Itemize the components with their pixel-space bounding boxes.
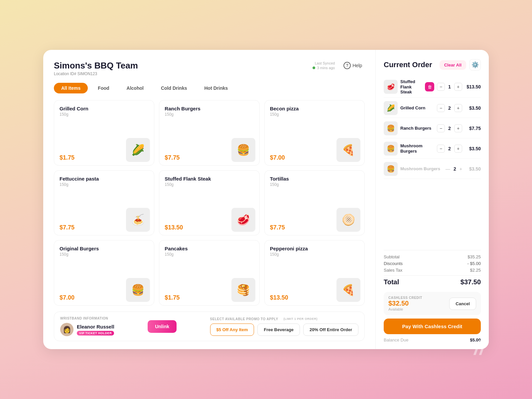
item-image: 🍕 xyxy=(336,138,360,162)
right-panel: Current Order Clear All ⚙️ 🥩 Stuffed Fla… xyxy=(376,50,489,349)
item-image: 🌽 xyxy=(126,138,150,162)
item-weight: 150g xyxy=(270,182,360,187)
increase-qty-1[interactable]: + xyxy=(454,83,462,91)
item-image: 🥩 xyxy=(231,208,255,232)
decrease-qty-3[interactable]: − xyxy=(437,124,445,132)
promo-section: SELECT AVAILABLE PROMO TO APPLY (LIMIT 1… xyxy=(210,317,358,336)
menu-item-3[interactable]: Becon pizza 150g $7.00 🍕 xyxy=(264,100,365,166)
decrease-qty-4[interactable]: − xyxy=(437,145,445,153)
menu-item-1[interactable]: Grilled Corn 150g $1.75 🌽 xyxy=(54,100,154,166)
item-weight: 150g xyxy=(165,112,254,117)
settings-button[interactable]: ⚙️ xyxy=(469,59,481,70)
cat-tab-food[interactable]: Food xyxy=(90,83,116,93)
qty-num: 2 xyxy=(447,126,452,131)
promo-btn-p3[interactable]: 20% Off Entire Order xyxy=(303,324,358,336)
order-item-name: Stuffed Flank Steak xyxy=(400,79,422,95)
item-name: Pancakes xyxy=(165,246,254,251)
order-item-price: $3.50 xyxy=(465,105,481,111)
user-info: Eleanor Russell VIP TICKET HOLDER xyxy=(77,324,114,335)
item-weight: 150g xyxy=(60,252,149,257)
qty-num: 1 xyxy=(447,84,452,89)
totals-section: Subtotal $35.25 Discounts - $5.00 Sales … xyxy=(384,250,481,289)
user-name: Eleanor Russell xyxy=(77,324,114,330)
app-title: Simons's BBQ Team xyxy=(54,61,138,71)
item-name: Original Burgers xyxy=(60,246,149,251)
order-item-1: 🥩 Stuffed Flank Steak 🗑 − 1 + $13.50 xyxy=(384,76,481,98)
menu-item-9[interactable]: Pepperoni pizza 150g $13.50 🍕 xyxy=(264,240,365,306)
item-weight: 150g xyxy=(270,252,360,257)
promo-header: SELECT AVAILABLE PROMO TO APPLY (LIMIT 1… xyxy=(210,317,358,321)
order-item-price: $13.50 xyxy=(465,84,481,89)
menu-item-6[interactable]: Tortillas 150g $7.75 🫓 xyxy=(264,170,365,236)
increase-qty-2[interactable]: + xyxy=(454,104,462,112)
cancel-button[interactable]: Cancel xyxy=(449,298,476,310)
sync-dot xyxy=(313,66,315,69)
tax-row: Sales Tax $2.25 xyxy=(384,268,481,273)
decrease-qty-2[interactable]: − xyxy=(437,104,445,112)
last-synced: Last Synced 3 mins ago xyxy=(313,61,335,70)
header-left: Simons's BBQ Team Location ID# SIMON123 xyxy=(54,61,138,76)
vip-badge: VIP TICKET HOLDER xyxy=(77,331,114,335)
wristband-section: WRISTBAND INFORMATION 👩 Eleanor Russell … xyxy=(60,317,114,336)
order-items: 🥩 Stuffed Flank Steak 🗑 − 1 + $13.50 🌽 G… xyxy=(384,76,481,248)
menu-grid: Grilled Corn 150g $1.75 🌽 Ranch Burgers … xyxy=(54,100,365,306)
order-item-controls: − 2 + xyxy=(437,145,462,153)
cat-tab-cold-drinks[interactable]: Cold Drinks xyxy=(154,83,195,93)
header-right: Last Synced 3 mins ago ? Help xyxy=(313,61,365,70)
decrease-qty-1[interactable]: − xyxy=(437,83,445,91)
avatar: 👩 xyxy=(60,323,73,336)
menu-item-2[interactable]: Ranch Burgers 150g $7.75 🍔 xyxy=(159,100,259,166)
item-name: Stuffed Flank Steak xyxy=(165,176,254,182)
item-image: 🍝 xyxy=(126,208,150,232)
order-item-controls: — 2 + xyxy=(446,166,462,172)
item-image: 🥞 xyxy=(231,278,255,302)
menu-item-5[interactable]: Stuffed Flank Steak 150g $13.50 🥩 xyxy=(159,170,259,236)
order-item-image: 🍔 xyxy=(384,142,398,156)
increase-qty-4[interactable]: + xyxy=(454,145,462,153)
header: Simons's BBQ Team Location ID# SIMON123 … xyxy=(54,61,365,76)
order-item-controls: − 1 + xyxy=(437,83,462,91)
order-item-image: 🌽 xyxy=(384,101,398,115)
promo-btn-p2[interactable]: Free Beverage xyxy=(257,324,300,336)
item-name: Becon pizza xyxy=(270,106,360,111)
order-item-image: 🍔 xyxy=(384,162,398,176)
menu-item-8[interactable]: Pancakes 150g $1.75 🥞 xyxy=(159,240,259,306)
clear-all-button[interactable]: Clear All xyxy=(440,60,466,70)
item-weight: 150g xyxy=(165,252,254,257)
order-item-controls: − 2 + xyxy=(437,124,462,132)
increase-qty-3[interactable]: + xyxy=(454,124,462,132)
promo-btn-p1[interactable]: $5 Off Any Item xyxy=(210,324,254,336)
order-title: Current Order xyxy=(384,61,432,69)
help-button[interactable]: ? Help xyxy=(341,61,365,70)
item-weight: 150g xyxy=(270,112,360,117)
subtotal-row: Subtotal $35.25 xyxy=(384,254,481,259)
item-name: Grilled Corn xyxy=(60,106,149,111)
item-image: 🍔 xyxy=(126,278,150,302)
pay-button[interactable]: Pay With Cashless Credit xyxy=(384,319,481,334)
order-item-name: Mushroom Burgers xyxy=(400,166,443,172)
order-item-4: 🍔 Mushroom Burgers − 2 + $3.50 xyxy=(384,139,481,159)
menu-item-4[interactable]: Fettuccine pasta 150g $7.75 🍝 xyxy=(54,170,154,236)
cat-tab-hot-drinks[interactable]: Hot Drinks xyxy=(197,83,235,93)
help-icon: ? xyxy=(343,62,351,69)
item-image: 🫓 xyxy=(336,208,360,232)
order-header-actions: Clear All ⚙️ xyxy=(440,59,481,70)
item-weight: 150g xyxy=(60,112,149,117)
qty-num: 2 xyxy=(452,166,458,172)
cat-tab-alcohol[interactable]: Alcohol xyxy=(119,83,151,93)
order-item-2: 🌽 Grilled Corn − 2 + $3.50 xyxy=(384,98,481,118)
left-panel: Simons's BBQ Team Location ID# SIMON123 … xyxy=(43,50,376,349)
order-item-price: $3.50 xyxy=(465,166,481,172)
menu-item-7[interactable]: Original Burgers 150g $7.00 🍔 xyxy=(54,240,154,306)
order-item-price: $3.50 xyxy=(465,146,481,151)
item-weight: 150g xyxy=(165,182,254,187)
qty-num: 2 xyxy=(447,146,452,151)
cat-tab-all[interactable]: All Items xyxy=(54,83,88,93)
item-image: 🍕 xyxy=(336,278,360,302)
item-weight: 150g xyxy=(60,182,149,187)
order-item-name: Grilled Corn xyxy=(400,105,434,111)
delete-button-1[interactable]: 🗑 xyxy=(425,82,434,91)
order-item-image: 🍔 xyxy=(384,121,398,135)
order-item-name: Mushroom Burgers xyxy=(400,143,434,154)
unlink-button[interactable]: Unlink xyxy=(148,320,177,333)
